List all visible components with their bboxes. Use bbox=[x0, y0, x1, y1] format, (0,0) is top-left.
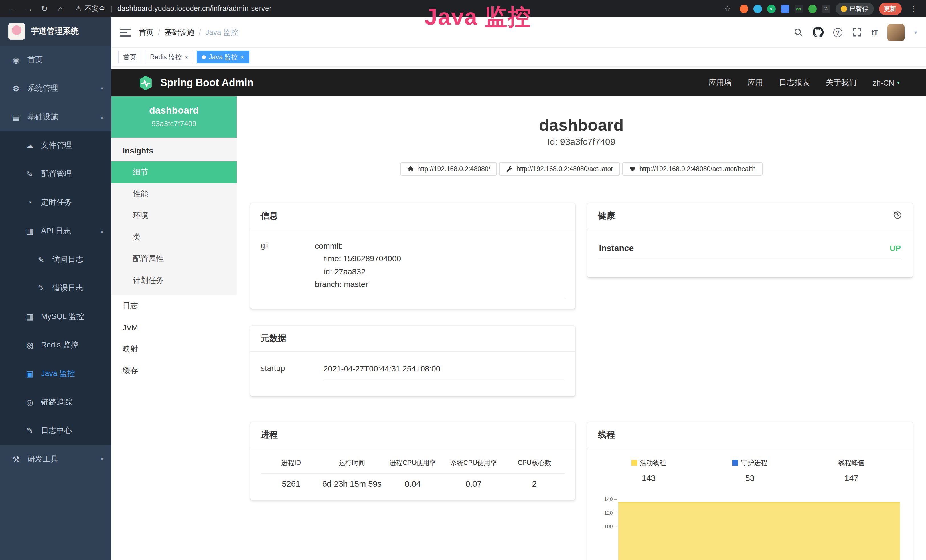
service-url-button[interactable]: http://192.168.0.2:48080/ bbox=[400, 162, 497, 176]
close-icon[interactable]: × bbox=[241, 54, 244, 60]
sba-item-scheduled-tasks[interactable]: 计划任务 bbox=[111, 270, 237, 292]
insights-label: Insights bbox=[111, 138, 237, 162]
sba-item-details[interactable]: 细节 bbox=[111, 162, 237, 183]
sidebar-item-system-management[interactable]: ⚙ 系统管理 ▾ bbox=[0, 74, 111, 103]
search-icon[interactable] bbox=[793, 27, 803, 37]
sba-item-caches[interactable]: 缓存 bbox=[111, 360, 237, 382]
health-row: Instance UP bbox=[598, 242, 902, 260]
sidebar-item-redis-monitor[interactable]: ▧ Redis 监控 bbox=[0, 331, 111, 359]
health-card: 健康 Instance UP bbox=[588, 203, 912, 277]
sba-item-performance[interactable]: 性能 bbox=[111, 183, 237, 205]
help-icon[interactable]: ? bbox=[833, 28, 843, 37]
sidebar-item-access-logs[interactable]: ✎ 访问日志 bbox=[0, 245, 111, 274]
app-logo[interactable]: 芋道管理系统 bbox=[0, 17, 111, 45]
fullscreen-icon[interactable] bbox=[852, 27, 862, 37]
browser-menu-icon[interactable]: ⋮ bbox=[906, 2, 920, 15]
sba-nav-links: 应用墙 应用 日志报表 关于我们 zh-CN ▾ bbox=[708, 77, 900, 88]
database-icon: ▦ bbox=[25, 312, 34, 321]
paused-label: 已暂停 bbox=[850, 4, 869, 13]
sidebar-item-home[interactable]: ◉ 首页 bbox=[0, 45, 111, 74]
back-icon[interactable]: ← bbox=[6, 2, 20, 15]
sba-nav-journal[interactable]: 日志报表 bbox=[779, 77, 809, 88]
address-separator: | bbox=[110, 5, 112, 12]
user-avatar[interactable] bbox=[888, 24, 905, 41]
avatar-caret-icon[interactable]: ▾ bbox=[914, 29, 917, 35]
github-icon[interactable] bbox=[813, 27, 824, 38]
sidebar-item-trace[interactable]: ◎ 链路追踪 bbox=[0, 388, 111, 416]
sba-instance-header[interactable]: dashboard 93a3fc7f7409 bbox=[111, 97, 237, 138]
sba-nav-applications[interactable]: 应用 bbox=[747, 77, 763, 88]
threads-chart: 140 120 100 bbox=[598, 496, 902, 560]
chevron-down-icon: ▾ bbox=[101, 456, 103, 462]
tag-java-monitor[interactable]: Java 监控 × bbox=[197, 51, 249, 64]
sba-item-logs[interactable]: 日志 bbox=[111, 295, 237, 317]
sidebar-item-file-management[interactable]: ☁ 文件管理 bbox=[0, 131, 111, 160]
close-icon[interactable]: × bbox=[185, 54, 188, 60]
metadata-card: 元数据 startup 2021-04-27T00:44:31.254+08:0… bbox=[250, 325, 575, 396]
monitor-icon: ▣ bbox=[25, 369, 34, 378]
instance-name: dashboard bbox=[116, 105, 232, 117]
health-url-button[interactable]: http://192.168.0.2:48080/actuator/health bbox=[622, 162, 763, 176]
reload-icon[interactable]: ↻ bbox=[38, 2, 51, 15]
breadcrumb-infrastructure[interactable]: 基础设施 bbox=[165, 27, 194, 37]
sba-item-classes[interactable]: 类 bbox=[111, 227, 237, 248]
sba-brand[interactable]: Spring Boot Admin bbox=[138, 74, 254, 91]
sidebar-item-java-monitor[interactable]: ▣ Java 监控 bbox=[0, 359, 111, 388]
sidebar-item-api-logs[interactable]: ▥ API 日志 ▴ bbox=[0, 217, 111, 245]
update-button[interactable]: 更新 bbox=[879, 3, 902, 15]
insights-section: Insights 细节 性能 环境 类 配置属性 计划任务 bbox=[111, 138, 237, 295]
paused-badge[interactable]: 已暂停 bbox=[835, 3, 873, 15]
log-center-icon: ✎ bbox=[25, 426, 34, 435]
process-card-title: 进程 bbox=[261, 430, 278, 440]
extension-icon[interactable] bbox=[781, 4, 789, 13]
sba-locale-select[interactable]: zh-CN ▾ bbox=[872, 79, 900, 87]
doc-icon: ✎ bbox=[36, 255, 45, 264]
history-icon[interactable] bbox=[893, 210, 902, 221]
log-icon: ▥ bbox=[25, 227, 34, 236]
sba-nav-about[interactable]: 关于我们 bbox=[826, 77, 856, 88]
tag-redis-monitor[interactable]: Redis 监控 × bbox=[145, 51, 194, 64]
extension-puzzle-icon[interactable]: ⚗ bbox=[822, 4, 830, 13]
gear-icon: ⚙ bbox=[11, 84, 21, 93]
url-text: dashboard.yudao.iocoder.cn/infra/admin-s… bbox=[118, 5, 272, 12]
security-warning-icon: ⚠ bbox=[75, 5, 82, 12]
sba-item-environment[interactable]: 环境 bbox=[111, 205, 237, 227]
page-subtitle: Id: 93a3fc7f7409 bbox=[250, 137, 912, 147]
font-size-icon[interactable]: tT bbox=[872, 28, 878, 37]
health-status-badge: UP bbox=[890, 243, 901, 253]
sidebar-item-dev-tools[interactable]: ⚒ 研发工具 ▾ bbox=[0, 445, 111, 474]
sidebar-item-error-logs[interactable]: ✎ 错误日志 bbox=[0, 274, 111, 303]
bookmark-star-icon[interactable]: ☆ bbox=[721, 2, 734, 15]
header-actions: ? tT ▾ bbox=[793, 24, 917, 41]
sidebar-item-infrastructure[interactable]: ▤ 基础设施 ▴ bbox=[0, 103, 111, 131]
cloud-icon: ☁ bbox=[25, 141, 34, 150]
dashboard-icon: ◉ bbox=[11, 55, 21, 65]
info-card-title: 信息 bbox=[261, 210, 278, 221]
chevron-down-icon: ▾ bbox=[897, 80, 900, 86]
home-icon[interactable]: ⌂ bbox=[54, 2, 67, 15]
forward-icon[interactable]: → bbox=[22, 2, 35, 15]
breadcrumb: 首页 / 基础设施 / Java 监控 bbox=[139, 27, 238, 37]
sidebar-item-scheduled-tasks[interactable]: ◔ 定时任务 bbox=[0, 188, 111, 217]
sba-nav-wall[interactable]: 应用墙 bbox=[708, 77, 731, 88]
extension-icon[interactable]: v bbox=[767, 4, 775, 13]
address-bar[interactable]: ⚠ 不安全 | dashboard.yudao.iocoder.cn/infra… bbox=[75, 4, 271, 14]
sba-item-mappings[interactable]: 映射 bbox=[111, 338, 237, 360]
breadcrumb-home[interactable]: 首页 bbox=[139, 27, 153, 37]
sba-item-config-props[interactable]: 配置属性 bbox=[111, 248, 237, 270]
tag-home[interactable]: 首页 bbox=[118, 51, 141, 64]
tools-icon: ⚒ bbox=[11, 455, 21, 464]
sidebar-item-log-center[interactable]: ✎ 日志中心 bbox=[0, 416, 111, 445]
extension-icon[interactable] bbox=[808, 4, 817, 13]
sba-item-jvm[interactable]: JVM bbox=[111, 317, 237, 338]
infrastructure-submenu: ☁ 文件管理 ✎ 配置管理 ◔ 定时任务 ▥ API 日志 ▴ bbox=[0, 131, 111, 445]
sidebar-item-config-management[interactable]: ✎ 配置管理 bbox=[0, 160, 111, 188]
extension-icon[interactable]: on bbox=[794, 4, 803, 13]
trace-eye-icon: ◎ bbox=[25, 398, 34, 407]
hamburger-icon[interactable] bbox=[120, 28, 131, 37]
sidebar-item-mysql-monitor[interactable]: ▦ MySQL 监控 bbox=[0, 303, 111, 331]
extension-icon[interactable] bbox=[740, 4, 748, 13]
browser-chrome: ← → ↻ ⌂ ⚠ 不安全 | dashboard.yudao.iocoder.… bbox=[0, 0, 926, 17]
extension-icon[interactable] bbox=[753, 4, 762, 13]
actuator-url-button[interactable]: http://192.168.0.2:48080/actuator bbox=[499, 162, 620, 176]
